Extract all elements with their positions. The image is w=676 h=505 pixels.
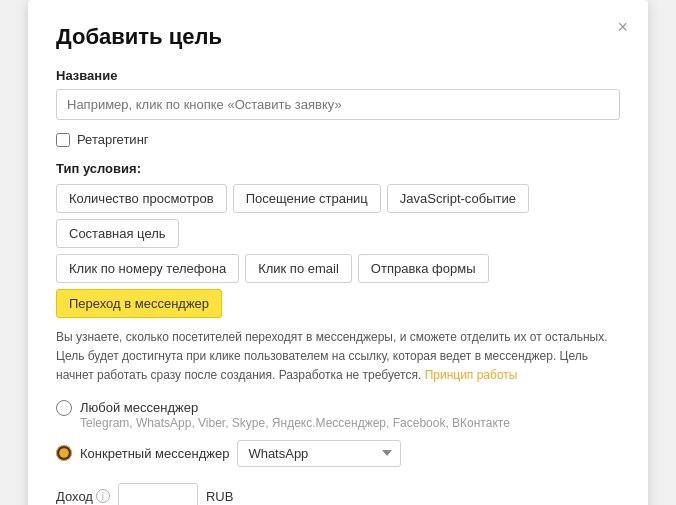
- info-text-content: Вы узнаете, сколько посетителей переходя…: [56, 330, 608, 382]
- radio-specific-label[interactable]: Конкретный мессенджер: [80, 446, 229, 461]
- radio-any-label[interactable]: Любой мессенджер: [80, 400, 198, 415]
- retargeting-row: Ретаргетинг: [56, 132, 620, 147]
- info-text-block: Вы узнаете, сколько посетителей переходя…: [56, 328, 620, 386]
- income-label: Доход i: [56, 489, 110, 504]
- radio-any-sublabel: Telegram, WhatsApp, Viber, Skype, Яндекс…: [80, 416, 620, 430]
- retargeting-label: Ретаргетинг: [77, 132, 149, 147]
- add-goal-dialog: Добавить цель × Название Ретаргетинг Тип…: [28, 0, 648, 505]
- radio-specific-row: Конкретный мессенджер WhatsApp Telegram …: [56, 440, 620, 467]
- messenger-dropdown[interactable]: WhatsApp Telegram Viber Skype Яндекс.Мес…: [237, 440, 401, 467]
- name-input[interactable]: [56, 89, 620, 120]
- btn-js-event[interactable]: JavaScript-событие: [387, 184, 529, 213]
- radio-specific[interactable]: [56, 445, 72, 461]
- condition-buttons-row2: Клик по номеру телефона Клик по email От…: [56, 254, 620, 318]
- btn-composite[interactable]: Составная цель: [56, 219, 179, 248]
- condition-type-label: Тип условия:: [56, 161, 620, 176]
- btn-page-visit[interactable]: Посещение страниц: [233, 184, 381, 213]
- radio-any[interactable]: [56, 400, 72, 416]
- btn-email-click[interactable]: Клик по email: [245, 254, 352, 283]
- btn-views[interactable]: Количество просмотров: [56, 184, 227, 213]
- close-button[interactable]: ×: [617, 18, 628, 36]
- currency-label: RUB: [206, 489, 233, 504]
- retargeting-checkbox[interactable]: [56, 133, 70, 147]
- info-link[interactable]: Принцип работы: [425, 368, 518, 382]
- income-info-icon: i: [96, 489, 110, 503]
- radio-any-row: Любой мессенджер Telegram, WhatsApp, Vib…: [56, 400, 620, 430]
- btn-messenger[interactable]: Переход в мессенджер: [56, 289, 222, 318]
- condition-buttons-row1: Количество просмотров Посещение страниц …: [56, 184, 620, 248]
- btn-phone-click[interactable]: Клик по номеру телефона: [56, 254, 239, 283]
- income-input[interactable]: [118, 483, 198, 505]
- messenger-radio-group: Любой мессенджер Telegram, WhatsApp, Vib…: [56, 400, 620, 467]
- name-label: Название: [56, 68, 620, 83]
- income-row: Доход i RUB: [56, 483, 620, 505]
- dialog-title: Добавить цель: [56, 24, 620, 50]
- btn-form-send[interactable]: Отправка формы: [358, 254, 489, 283]
